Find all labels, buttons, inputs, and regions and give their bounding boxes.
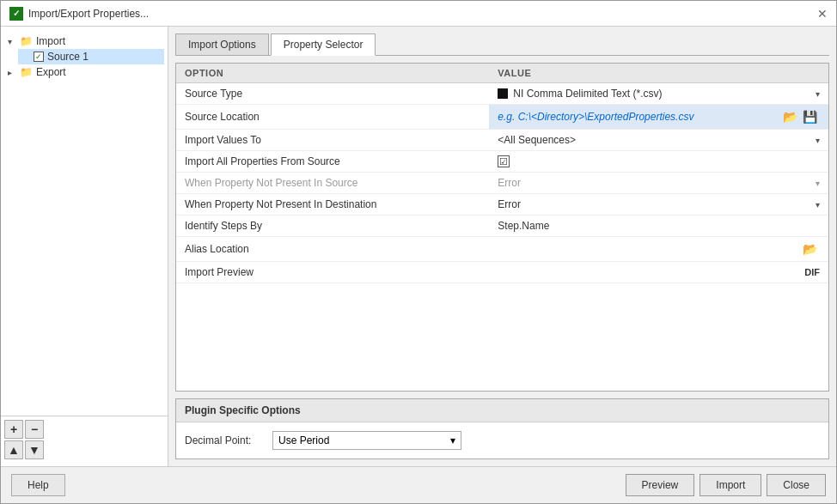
col-header-option: OPTION (176, 64, 489, 83)
label-source-type: Source Type (176, 83, 489, 105)
label-import-values: Import Values To (176, 130, 489, 151)
label-not-in-source: When Property Not Present In Source (176, 173, 489, 194)
value-source-type[interactable]: NI Comma Delimited Text (*.csv) ▾ (489, 83, 828, 105)
dropdown-arrow-greyed: ▾ (816, 179, 820, 188)
title-bar: ✓ Import/Export Properties... ✕ (1, 1, 836, 27)
label-import-all: Import All Properties From Source (176, 151, 489, 173)
tree-area: ▾ 📁 Import ✓ Source 1 ▸ 📁 Export (1, 30, 168, 416)
tree-item-import[interactable]: ▾ 📁 Import (4, 33, 164, 49)
label-source-location: Source Location (176, 105, 489, 130)
decimal-point-label: Decimal Point: (185, 434, 262, 446)
value-identify-steps: Step.Name (489, 216, 828, 237)
value-import-all[interactable]: ☑ (489, 151, 828, 173)
down-button[interactable]: ▼ (25, 440, 44, 459)
source1-checkbox: ✓ (34, 52, 44, 62)
label-not-in-dest: When Property Not Present In Destination (176, 194, 489, 216)
tab-property-selector[interactable]: Property Selector (271, 33, 376, 56)
table-row: Source Type NI Comma Delimited Text (*.c… (176, 83, 828, 105)
dropdown-arrow: ▾ (816, 89, 820, 99)
decimal-point-select[interactable]: Use Period ▾ (272, 431, 461, 450)
tree-children: ✓ Source 1 (4, 49, 164, 64)
value-source-location[interactable]: e.g. C:\<Directory>\ExportedProperties.c… (489, 105, 828, 130)
table-row: When Property Not Present In Source Erro… (176, 173, 828, 194)
bottom-bar: Help Preview Import Close (1, 466, 836, 503)
value-import-preview[interactable]: DIF (489, 262, 828, 283)
source-location-text: e.g. C:\<Directory>\ExportedProperties.c… (498, 111, 780, 123)
folder-open-icon[interactable]: 📂 (780, 109, 800, 124)
side-buttons: + − ▲ ▼ (1, 416, 168, 463)
tab-import-options[interactable]: Import Options (175, 33, 269, 55)
decimal-dropdown-arrow: ▾ (450, 434, 455, 446)
table-row: Source Location e.g. C:\<Directory>\Expo… (176, 105, 828, 130)
value-not-in-dest[interactable]: Error ▾ (489, 194, 828, 216)
dropdown-arrow: ▾ (816, 136, 820, 145)
value-alias-location[interactable]: 📂 (489, 237, 828, 262)
plugin-header: Plugin Specific Options (176, 399, 828, 422)
title-icon: ✓ (9, 7, 23, 21)
window-title: Import/Export Properties... (28, 8, 149, 20)
import-all-checkbox[interactable]: ☑ (498, 155, 510, 167)
table-row: Alias Location 📂 (176, 237, 828, 262)
dif-button[interactable]: DIF (804, 267, 820, 277)
col-header-value: VALUE (489, 64, 828, 83)
table-row: Identify Steps By Step.Name (176, 216, 828, 237)
decimal-point-value: Use Period (278, 434, 329, 446)
options-table: OPTION VALUE Source Type NI Comma Delimi… (176, 64, 828, 283)
value-import-values[interactable]: <All Sequences> ▾ (489, 130, 828, 151)
preview-button[interactable]: Preview (626, 474, 695, 496)
options-box: OPTION VALUE Source Type NI Comma Delimi… (175, 63, 829, 392)
help-button[interactable]: Help (11, 474, 65, 496)
table-row: Import All Properties From Source ☑ (176, 151, 828, 173)
add-button[interactable]: + (4, 420, 23, 439)
folder-icon: 📁 (20, 35, 33, 47)
label-import-preview: Import Preview (176, 262, 489, 283)
window-close-button[interactable]: ✕ (817, 8, 828, 20)
main-content: ▾ 📁 Import ✓ Source 1 ▸ 📁 Export (1, 27, 836, 466)
left-panel: ▾ 📁 Import ✓ Source 1 ▸ 📁 Export (1, 27, 168, 466)
tree-label-source1: Source 1 (47, 51, 89, 63)
label-identify-steps: Identify Steps By (176, 216, 489, 237)
tree-item-source1[interactable]: ✓ Source 1 (18, 49, 164, 64)
save-icon[interactable]: 💾 (800, 109, 820, 124)
table-row: Import Preview DIF (176, 262, 828, 283)
tree-label-export: Export (36, 66, 66, 78)
plugin-options-box: Plugin Specific Options Decimal Point: U… (175, 398, 829, 459)
up-button[interactable]: ▲ (4, 440, 23, 459)
tabs: Import Options Property Selector (175, 33, 829, 56)
dropdown-arrow: ▾ (816, 200, 820, 209)
close-button[interactable]: Close (767, 474, 826, 496)
tree-label-import: Import (36, 35, 65, 47)
table-row: When Property Not Present In Destination… (176, 194, 828, 216)
ni-icon (498, 88, 508, 99)
plugin-content: Decimal Point: Use Period ▾ (176, 422, 828, 458)
tree-item-export[interactable]: ▸ 📁 Export (4, 64, 164, 80)
expand-icon: ▾ (8, 37, 16, 46)
table-row: Import Values To <All Sequences> ▾ (176, 130, 828, 151)
label-alias-location: Alias Location (176, 237, 489, 262)
value-not-in-source: Error ▾ (489, 173, 828, 194)
export-folder-icon: 📁 (20, 66, 33, 78)
right-panel: Import Options Property Selector OPTION … (168, 27, 836, 466)
remove-button[interactable]: − (25, 420, 44, 439)
alias-folder-icon[interactable]: 📂 (800, 241, 820, 257)
main-window: ✓ Import/Export Properties... ✕ ▾ 📁 Impo… (0, 0, 837, 504)
import-button[interactable]: Import (700, 474, 761, 496)
